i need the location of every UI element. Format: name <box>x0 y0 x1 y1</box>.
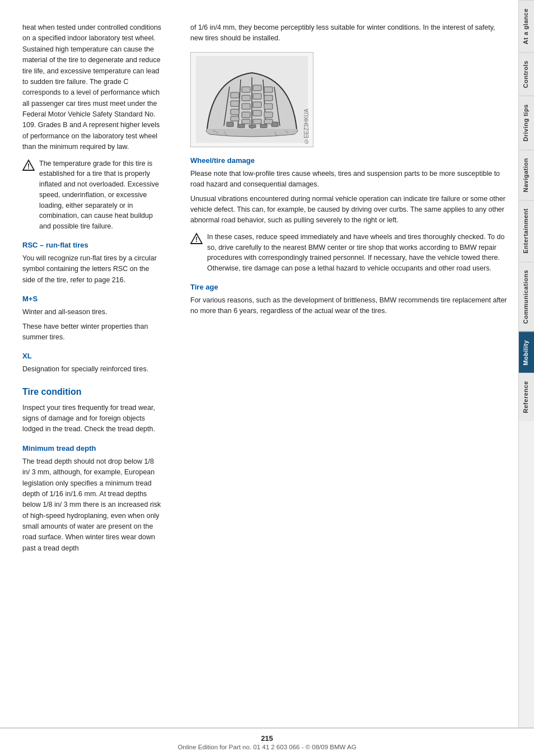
svg-rect-23 <box>253 94 261 99</box>
image-caption: ©EEZ3HKUA <box>302 109 311 144</box>
tire-illustration: ©EEZ3HKUA <box>190 52 313 147</box>
ms-text-2: These have better winter properties than… <box>22 321 162 343</box>
columns-wrapper: heat when tested under controlled condit… <box>0 0 534 727</box>
ms-heading: M+S <box>22 293 162 305</box>
wheel-damage-text-2: Unusual vibrations encountered during no… <box>190 194 507 226</box>
svg-rect-8 <box>227 122 233 127</box>
tire-condition-text: Inspect your tires frequently for tread … <box>22 403 162 435</box>
svg-rect-25 <box>253 110 261 116</box>
rsc-text: You will recognize run-flat tires by a c… <box>22 253 162 286</box>
svg-text:!: ! <box>27 162 30 170</box>
tab-reference[interactable]: Reference <box>519 373 534 421</box>
svg-rect-11 <box>260 124 267 128</box>
wheel-damage-text-1: Please note that low-profile tires cause… <box>190 169 507 190</box>
svg-rect-27 <box>264 87 273 92</box>
wheel-damage-heading: Wheel/tire damage <box>190 155 507 166</box>
page-footer: 215 Online Edition for Part no. 01 41 2 … <box>0 727 534 756</box>
tire-age-heading: Tire age <box>190 282 507 293</box>
right-intro-para: of 1/6 in/4 mm, they become perceptibly … <box>190 22 507 44</box>
svg-rect-31 <box>264 119 273 124</box>
warning-icon-1: ! <box>22 159 35 171</box>
svg-rect-9 <box>238 124 245 128</box>
left-column: heat when tested under controlled condit… <box>0 0 174 727</box>
svg-rect-29 <box>264 104 273 109</box>
warning-text-1: The temperature grade for this tire is e… <box>39 158 162 232</box>
xl-text: Designation for specially reinforced tir… <box>22 364 162 375</box>
rsc-heading: RSC – run-flat tires <box>22 240 162 251</box>
warning-block-1: ! The temperature grade for this tire is… <box>22 158 162 232</box>
page-number: 215 <box>22 734 512 743</box>
right-column: of 1/6 in/4 mm, they become perceptibly … <box>174 0 518 727</box>
left-intro-para: heat when tested under controlled condit… <box>22 22 162 153</box>
warning-text-2: In these cases, reduce speed immediately… <box>207 232 507 274</box>
svg-rect-30 <box>264 112 273 118</box>
svg-rect-19 <box>242 104 250 109</box>
svg-rect-24 <box>253 102 261 108</box>
tire-svg <box>196 56 308 143</box>
ms-text-1: Winter and all-season tires. <box>22 307 162 318</box>
svg-rect-10 <box>249 125 256 128</box>
svg-rect-22 <box>253 85 261 91</box>
svg-rect-26 <box>253 119 261 124</box>
tire-age-text: For various reasons, such as the develop… <box>190 295 507 317</box>
min-tread-heading: Minimum tread depth <box>22 443 162 454</box>
warning-block-2: ! In these cases, reduce speed immediate… <box>190 232 507 274</box>
tab-mobility[interactable]: Mobility <box>519 332 534 374</box>
warning-icon-2: ! <box>190 232 203 245</box>
tire-condition-heading: Tire condition <box>22 385 162 399</box>
tab-at-a-glance[interactable]: At a glance <box>519 0 534 52</box>
xl-heading: XL <box>22 351 162 362</box>
svg-rect-17 <box>242 87 250 92</box>
svg-rect-21 <box>242 119 250 124</box>
svg-rect-15 <box>231 109 239 115</box>
svg-rect-16 <box>231 116 239 121</box>
svg-text:!: ! <box>195 236 198 244</box>
svg-rect-13 <box>231 92 239 98</box>
footer-text: Online Edition for Part no. 01 41 2 603 … <box>177 744 356 750</box>
tab-driving-tips[interactable]: Driving tips <box>519 96 534 150</box>
svg-rect-18 <box>242 95 250 101</box>
min-tread-text: The tread depth should not drop below 1/… <box>22 456 162 554</box>
tab-controls[interactable]: Controls <box>519 52 534 96</box>
tab-entertainment[interactable]: Entertainment <box>519 200 534 261</box>
svg-rect-14 <box>231 101 239 106</box>
side-tabs: At a glance Controls Driving tips Naviga… <box>518 0 534 727</box>
tab-communications[interactable]: Communications <box>519 262 534 332</box>
svg-rect-20 <box>242 112 250 118</box>
tab-navigation[interactable]: Navigation <box>519 150 534 200</box>
page-wrapper: heat when tested under controlled condit… <box>0 0 534 756</box>
svg-rect-28 <box>264 95 273 101</box>
